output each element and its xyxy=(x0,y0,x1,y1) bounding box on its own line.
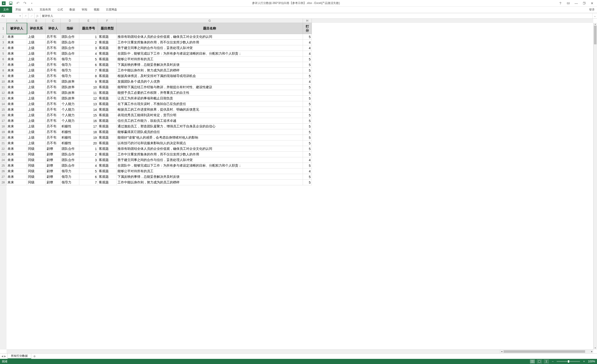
cell[interactable]: 积极性 xyxy=(61,135,79,141)
cell[interactable]: 15 xyxy=(79,112,98,118)
cell[interactable]: 5 xyxy=(303,135,312,141)
cell[interactable]: 未来 xyxy=(7,96,27,101)
cell[interactable]: 上级 xyxy=(27,34,46,40)
cell[interactable]: 吕不韦 xyxy=(46,79,61,85)
cell[interactable]: 吕不韦 xyxy=(46,96,61,101)
header-cell[interactable]: 被评价人 xyxy=(7,23,27,34)
normal-view-icon[interactable] xyxy=(530,360,535,363)
ribbon-options-icon[interactable] xyxy=(566,1,570,5)
cell[interactable]: 积极性 xyxy=(61,124,79,129)
scroll-left-icon[interactable]: ◀ xyxy=(500,350,503,353)
col-header-H[interactable]: H xyxy=(303,19,312,23)
scroll-up-icon[interactable]: ▲ xyxy=(594,23,597,26)
cell[interactable]: 3 xyxy=(79,45,98,51)
page-layout-view-icon[interactable] xyxy=(537,360,542,363)
cell[interactable]: 未来 xyxy=(7,73,27,79)
cell[interactable]: 团队效率 xyxy=(61,79,79,85)
col-header-B[interactable]: B xyxy=(27,19,46,23)
header-cell[interactable]: 指标 xyxy=(61,23,79,34)
cell[interactable]: 1 xyxy=(79,34,98,40)
cell[interactable]: 20 xyxy=(79,141,98,146)
redo-icon[interactable]: ↷ xyxy=(23,1,27,5)
col-header-G[interactable]: G xyxy=(117,19,303,23)
col-header-E[interactable]: E xyxy=(79,19,98,23)
cell[interactable]: 2 xyxy=(79,152,98,157)
cell[interactable]: 根据员工的工作进度和效果，提供及时、明确的反馈意见 xyxy=(117,107,303,112)
tab-insert[interactable]: 插入 xyxy=(24,7,36,13)
cell[interactable]: 能帮助下属总结工作经验与教训，并能提出有针对性、建设性建议 xyxy=(117,85,303,90)
cell[interactable]: 领导力 xyxy=(61,168,79,174)
cell[interactable]: 客观题 xyxy=(98,107,117,112)
scroll-right-icon[interactable]: ▶ xyxy=(590,350,593,353)
select-all-corner[interactable] xyxy=(0,19,7,23)
save-icon[interactable] xyxy=(9,1,13,5)
cell[interactable]: 上级 xyxy=(27,85,46,90)
cell[interactable]: 客观题 xyxy=(98,73,117,79)
cell[interactable]: 未来 xyxy=(7,157,27,163)
cell[interactable]: 吕不韦 xyxy=(46,101,61,107)
cell[interactable]: 同级 xyxy=(27,152,46,157)
cell[interactable]: 工作中能以身作则，努力成为的员工的榜样 xyxy=(117,180,303,185)
cell[interactable]: 未来 xyxy=(7,152,27,157)
cell[interactable]: 客观题 xyxy=(98,101,117,107)
cell[interactable]: 4 xyxy=(79,51,98,56)
cell[interactable]: 5 xyxy=(303,68,312,73)
cell[interactable]: 5 xyxy=(303,34,312,40)
cell[interactable]: 上级 xyxy=(27,79,46,85)
cell[interactable]: 同级 xyxy=(27,174,46,180)
tab-page-layout[interactable]: 页面布局 xyxy=(36,7,54,13)
cell[interactable]: 上级 xyxy=(27,68,46,73)
cell[interactable]: 吕不韦 xyxy=(46,34,61,40)
expand-formula-icon[interactable]: ⌄ xyxy=(592,13,597,18)
cell[interactable]: 下属反映的事情，总能妥善解决并及时反馈 xyxy=(117,62,303,68)
cell[interactable]: 能够赢得其它团队成员的信任 xyxy=(117,129,303,135)
cell[interactable]: 5 xyxy=(79,168,98,174)
help-icon[interactable]: ? xyxy=(558,1,563,5)
undo-icon[interactable]: ↶ xyxy=(16,1,20,5)
row-header[interactable]: 10 xyxy=(0,79,7,85)
cell[interactable]: 尉缭 xyxy=(46,146,61,152)
cell[interactable]: 团队合作 xyxy=(61,34,79,40)
scroll-down-icon[interactable]: ▼ xyxy=(594,347,597,349)
cell[interactable]: 1 xyxy=(79,146,98,152)
cell[interactable]: 客观题 xyxy=(98,180,117,185)
cell[interactable]: 5 xyxy=(303,62,312,68)
cell[interactable]: 客观题 xyxy=(98,129,117,135)
row-header[interactable]: 28 xyxy=(0,180,7,185)
cell[interactable]: 尉缭 xyxy=(46,152,61,157)
restore-icon[interactable] xyxy=(582,1,586,5)
cell[interactable]: 吕不韦 xyxy=(46,118,61,124)
cell[interactable]: 客观题 xyxy=(98,90,117,96)
cell[interactable]: 上级 xyxy=(27,118,46,124)
zoom-in-icon[interactable]: + xyxy=(582,360,586,363)
cell[interactable]: 下属反映的事情，总能妥善解决并及时反馈 xyxy=(117,174,303,180)
cell[interactable]: 积极性 xyxy=(61,141,79,146)
cell[interactable]: 未来 xyxy=(7,180,27,185)
header-cell[interactable]: 题目名称 xyxy=(117,23,303,34)
cell[interactable]: 5 xyxy=(303,112,312,118)
cell[interactable]: 未来 xyxy=(7,51,27,56)
cell[interactable]: 5 xyxy=(303,163,312,168)
cell[interactable]: 5 xyxy=(303,107,312,112)
tab-file[interactable]: 文件 xyxy=(0,7,12,13)
cell[interactable]: 未来 xyxy=(7,146,27,152)
cell[interactable]: 未来 xyxy=(7,40,27,45)
cell[interactable]: 同级 xyxy=(27,168,46,174)
cell[interactable]: 团队合作 xyxy=(61,157,79,163)
cell[interactable]: 个人能力 xyxy=(61,118,79,124)
cell[interactable]: 吕不韦 xyxy=(46,135,61,141)
cell[interactable]: 上级 xyxy=(27,124,46,129)
row-header[interactable]: 27 xyxy=(0,174,7,180)
cell[interactable]: 推崇有助团结全体人员的企业价值观，确保员工对企业文化的认同 xyxy=(117,146,303,152)
cell[interactable]: 客观题 xyxy=(98,40,117,45)
cell[interactable]: 上级 xyxy=(27,45,46,51)
cell[interactable]: 上级 xyxy=(27,112,46,118)
cell[interactable]: 4 xyxy=(303,168,312,174)
cell[interactable]: 未来 xyxy=(7,168,27,174)
cell[interactable]: 客观题 xyxy=(98,51,117,56)
cell[interactable]: 客观题 xyxy=(98,85,117,90)
cell[interactable]: 7 xyxy=(79,180,98,185)
cell[interactable]: 在团队中，能够完成以下工作：为所有参与者设定清晰的目标、分配权力和个人职责； xyxy=(117,163,303,168)
minimize-icon[interactable]: — xyxy=(574,1,578,5)
sheet-tab-active[interactable]: 所有打分数据 xyxy=(8,354,31,359)
